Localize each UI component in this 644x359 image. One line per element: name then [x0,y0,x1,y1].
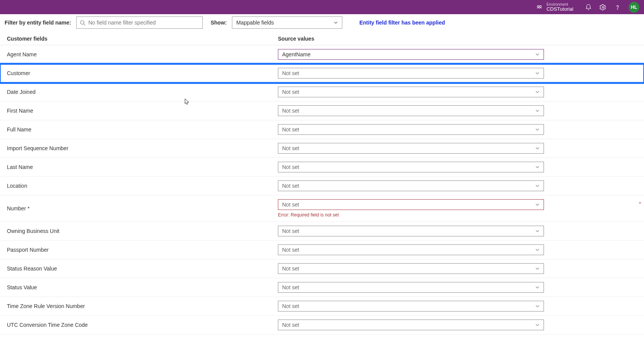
chevron-down-icon [535,108,540,113]
chevron-down-icon [535,285,540,290]
field-label: Owning Business Unit [7,223,278,239]
field-row: Number *Not set*Error: Required field is… [0,195,644,222]
field-row: Full NameNot set [0,120,644,139]
dropdown-value: Not set [282,89,299,95]
chevron-down-icon [535,90,540,94]
source-value-dropdown[interactable]: Not set [278,301,544,311]
value-cell: Not set [278,241,637,259]
value-cell: Not set [278,177,637,195]
source-value-dropdown[interactable]: Not set [278,320,544,330]
source-value-dropdown[interactable]: Not set [278,244,544,255]
field-row: Status ValueNot set [0,278,644,297]
value-cell: Not set [278,139,637,157]
source-value-dropdown[interactable]: Not set [278,263,544,274]
search-icon [80,20,85,26]
source-value-dropdown[interactable]: AgentName [278,49,544,60]
field-row: CustomerNot set [0,64,644,83]
source-value-dropdown[interactable]: Not set [278,180,544,191]
value-cell: Not set [278,259,637,278]
show-select[interactable]: Mappable fields [232,16,342,29]
column-header-left: Customer fields [7,36,278,42]
environment-name: CDSTutorial [547,7,573,12]
chevron-down-icon [535,323,540,327]
help-icon[interactable] [614,4,621,11]
top-bar: Environment CDSTutorial HL [0,0,644,14]
chevron-down-icon [535,184,540,188]
avatar-initials: HL [631,5,637,10]
field-label: Import Sequence Number [7,140,278,157]
value-cell: Not set*Error: Required field is not set [278,195,637,221]
filter-search-box[interactable] [76,16,203,29]
chevron-down-icon [334,20,338,25]
dropdown-value: Not set [282,247,299,253]
dropdown-value: Not set [282,322,299,328]
filter-label: Filter by entity field name: [5,20,71,26]
dropdown-value: Not set [282,126,299,133]
dropdown-value: Not set [282,266,299,272]
value-cell: Not set [278,316,637,334]
chevron-down-icon [535,71,540,75]
field-label: Time Zone Rule Version Number [7,298,278,315]
column-header-right: Source values [278,36,314,42]
chevron-down-icon [535,229,540,233]
source-value-dropdown[interactable]: Not set [278,105,544,116]
field-row: Owning Business UnitNot set [0,222,644,241]
notifications-icon[interactable] [585,4,592,11]
field-row: Last NameNot set [0,158,644,177]
source-value-dropdown[interactable]: Not set [278,226,544,236]
dropdown-value: Not set [282,228,299,234]
source-value-dropdown[interactable]: Not set [278,162,544,172]
source-value-dropdown[interactable]: Not set [278,124,544,135]
value-cell: Not set [278,102,637,120]
field-row: First NameNot set [0,102,644,120]
source-value-dropdown[interactable]: Not set [278,87,544,97]
value-cell: Not set [278,83,637,101]
filter-search-input[interactable] [77,17,202,28]
dropdown-value: Not set [282,70,299,76]
field-row: Date JoinedNot set [0,83,644,102]
field-rows: Agent NameAgentNameCustomerNot setDate J… [0,45,644,334]
field-label: First Name [7,102,278,119]
filter-bar: Filter by entity field name: Show: Mappa… [0,14,644,31]
main-content: Filter by entity field name: Show: Mappa… [0,14,644,334]
svg-line-5 [84,24,85,25]
field-label: UTC Conversion Time Zone Code [7,316,278,333]
chevron-down-icon [535,165,540,169]
value-cell: Not set [278,222,637,240]
avatar[interactable]: HL [629,2,639,13]
field-row: Passport NumberNot set [0,241,644,259]
svg-point-1 [539,6,541,8]
source-value-dropdown[interactable]: Not set [278,68,544,79]
field-label: Status Reason Value [7,260,278,277]
field-label: Passport Number [7,241,278,258]
field-label: Agent Name [7,46,278,63]
dropdown-value: Not set [282,202,299,208]
chevron-down-icon [535,127,540,132]
field-row: Import Sequence NumberNot set [0,139,644,158]
column-headers: Customer fields Source values [0,33,644,45]
dropdown-value: Not set [282,183,299,189]
dropdown-value: Not set [282,108,299,114]
value-cell: Not set [278,297,637,315]
field-label: Customer [7,65,278,82]
field-row: Agent NameAgentName [0,45,644,64]
filter-applied-message: Entity field filter has been applied [359,20,445,26]
field-row: Status Reason ValueNot set [0,259,644,278]
value-cell: Not set [278,278,637,297]
chevron-down-icon [535,266,540,271]
source-value-dropdown[interactable]: Not set [278,199,544,210]
value-cell: AgentName [278,45,637,64]
value-cell: Not set [278,158,637,176]
show-label: Show: [210,20,227,26]
required-mark: * [639,201,641,207]
svg-point-4 [80,21,84,24]
chevron-down-icon [535,248,540,252]
settings-icon[interactable] [600,4,606,11]
svg-point-0 [537,6,539,8]
svg-point-3 [617,8,618,9]
source-value-dropdown[interactable]: Not set [278,143,544,154]
field-label: Date Joined [7,84,278,100]
source-value-dropdown[interactable]: Not set [278,282,544,293]
svg-point-2 [602,6,604,8]
environment-block[interactable]: Environment CDSTutorial [536,2,573,12]
